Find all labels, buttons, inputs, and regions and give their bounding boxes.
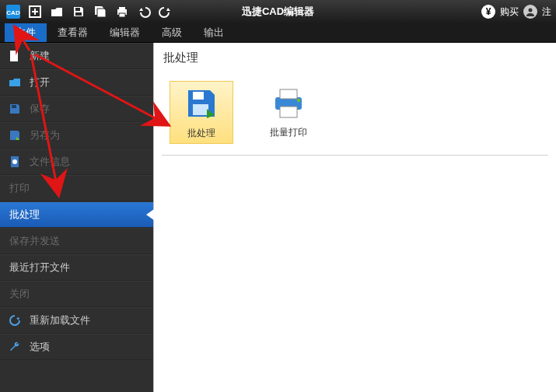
user-link[interactable]: 注: [542, 5, 551, 19]
sidebar-item-label: 打开: [30, 75, 50, 89]
sidebar-item-info[interactable]: 文件信息: [0, 149, 153, 175]
qat-left: CAD: [5, 3, 174, 20]
sidebar-item-send[interactable]: 保存并发送: [0, 228, 153, 254]
quick-access-toolbar: CAD 迅捷CAD编辑器 ¥ 购买 注: [0, 0, 556, 23]
tab-file[interactable]: 文件: [5, 23, 47, 42]
main-area: 新建 打开 保存 另存为 文件信息 打印: [0, 43, 556, 392]
sidebar-item-label: 新建: [30, 49, 50, 63]
sidebar-item-label: 打印: [9, 181, 30, 195]
batch-print-icon: [270, 84, 307, 121]
qat-open-icon[interactable]: [48, 3, 65, 20]
tab-editor[interactable]: 编辑器: [99, 23, 151, 42]
sidebar-item-label: 文件信息: [30, 155, 70, 169]
sidebar-item-label: 另存为: [30, 128, 60, 142]
sidebar-item-label: 批处理: [9, 208, 40, 222]
folder-open-icon: [8, 75, 22, 89]
svg-rect-19: [280, 107, 297, 117]
backstage-sidebar: 新建 打开 保存 另存为 文件信息 打印: [0, 43, 153, 392]
svg-rect-15: [193, 92, 204, 100]
tab-output[interactable]: 输出: [193, 23, 235, 42]
svg-rect-8: [119, 7, 125, 10]
sidebar-item-open[interactable]: 打开: [0, 69, 153, 96]
file-info-icon: [8, 155, 22, 169]
svg-rect-18: [280, 89, 297, 99]
file-new-icon: [8, 49, 22, 63]
qat-right: ¥ 购买 注: [481, 5, 551, 19]
user-icon[interactable]: [523, 5, 537, 19]
selected-arrow-icon: [146, 209, 154, 220]
sidebar-item-reload[interactable]: 重新加载文件: [0, 307, 153, 334]
sidebar-item-label: 选项: [30, 340, 50, 354]
svg-text:CAD: CAD: [6, 9, 20, 16]
separator: [162, 155, 548, 156]
qat-new-icon[interactable]: [26, 3, 44, 20]
ribbon-tabs: 文件 查看器 编辑器 高级 输出: [0, 23, 556, 43]
qat-redo-icon[interactable]: [157, 3, 174, 20]
sidebar-item-label: 关闭: [9, 287, 30, 301]
qat-saveall-icon[interactable]: [92, 3, 109, 20]
sidebar-item-new[interactable]: 新建: [0, 43, 153, 69]
sidebar-item-saveas[interactable]: 另存为: [0, 122, 153, 149]
floppy-as-icon: [8, 128, 22, 142]
sidebar-item-print[interactable]: 打印: [0, 175, 153, 201]
buy-link[interactable]: 购买: [500, 5, 519, 19]
sidebar-item-label: 重新加载文件: [30, 313, 90, 327]
tile-batch[interactable]: 批处理: [170, 81, 233, 144]
sidebar-item-recent[interactable]: 最近打开文件: [0, 254, 153, 281]
wrench-icon: [8, 340, 22, 354]
content-pane: 批处理 批处理 批量打印: [153, 43, 556, 392]
tile-label: 批处理: [187, 127, 215, 140]
sidebar-item-label: 最近打开文件: [9, 261, 70, 275]
svg-point-10: [529, 9, 533, 12]
svg-rect-9: [119, 13, 125, 17]
sidebar-item-label: 保存: [30, 102, 50, 116]
content-heading: 批处理: [154, 43, 556, 73]
svg-rect-12: [12, 105, 16, 108]
app-icon[interactable]: CAD: [5, 3, 22, 20]
sidebar-item-save[interactable]: 保存: [0, 96, 153, 122]
qat-undo-icon[interactable]: [135, 3, 152, 20]
floppy-icon: [8, 102, 22, 116]
sidebar-item-options[interactable]: 选项: [0, 334, 153, 360]
app-title: 迅捷CAD编辑器: [242, 5, 314, 19]
svg-rect-5: [75, 8, 80, 11]
qat-print-icon[interactable]: [114, 3, 131, 20]
sidebar-item-batch[interactable]: 批处理: [0, 201, 153, 228]
tab-advanced[interactable]: 高级: [151, 23, 193, 42]
tile-batch-print[interactable]: 批量打印: [257, 81, 320, 144]
qat-save-icon[interactable]: [70, 3, 87, 20]
tile-label: 批量打印: [270, 126, 307, 139]
tile-row: 批处理 批量打印: [154, 73, 556, 152]
reload-icon: [8, 313, 22, 327]
tab-viewer[interactable]: 查看器: [47, 23, 99, 42]
currency-icon[interactable]: ¥: [481, 5, 495, 19]
svg-point-20: [297, 99, 300, 102]
batch-icon: [183, 85, 220, 122]
svg-rect-16: [193, 104, 208, 115]
sidebar-item-label: 保存并发送: [9, 234, 60, 248]
sidebar-item-close[interactable]: 关闭: [0, 281, 153, 307]
svg-rect-6: [75, 12, 82, 16]
svg-point-14: [12, 159, 17, 164]
